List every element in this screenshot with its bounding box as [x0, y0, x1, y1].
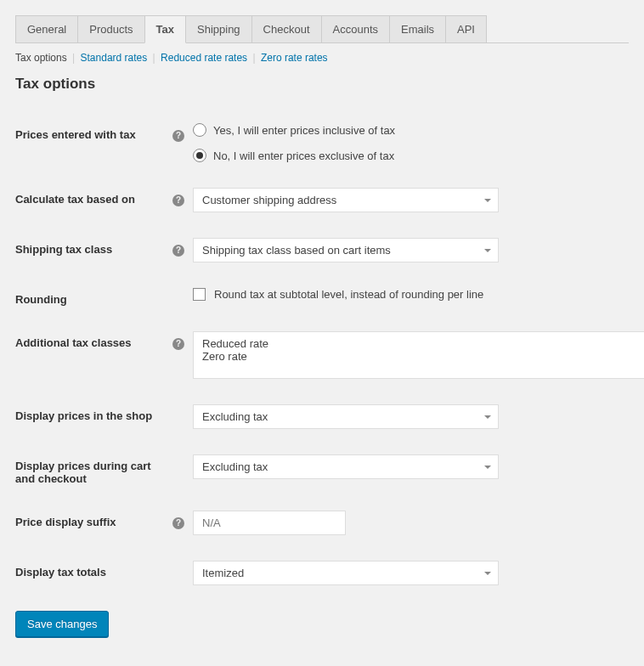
- radio-inclusive[interactable]: [193, 123, 206, 137]
- radio-exclusive[interactable]: [193, 149, 206, 162]
- subtab-standard-rates[interactable]: Standard rates: [81, 52, 148, 64]
- subtab-zero-rates[interactable]: Zero rate rates: [261, 52, 328, 64]
- help-icon[interactable]: ?: [172, 517, 184, 529]
- input-suffix[interactable]: [193, 511, 346, 535]
- label-prices-with-tax: Prices entered with tax: [15, 123, 172, 141]
- checkbox-rounding-label: Round tax at subtotal level, instead of …: [214, 288, 483, 301]
- label-ship-class: Shipping tax class: [15, 238, 172, 256]
- select-calc-based[interactable]: Customer shipping address: [193, 188, 499, 212]
- label-display-shop: Display prices in the shop: [15, 404, 172, 422]
- subtab-tax-options[interactable]: Tax options: [15, 52, 67, 64]
- tax-subtabs: Tax options | Standard rates | Reduced r…: [15, 43, 629, 69]
- select-display-cart[interactable]: Excluding tax: [193, 454, 499, 479]
- tab-shipping[interactable]: Shipping: [185, 15, 252, 42]
- label-add-classes: Additional tax classes: [15, 331, 172, 349]
- tab-checkout[interactable]: Checkout: [251, 15, 322, 42]
- radio-inclusive-label: Yes, I will enter prices inclusive of ta…: [213, 124, 395, 137]
- textarea-add-classes[interactable]: Reduced rate Zero rate: [193, 331, 644, 379]
- separator: |: [72, 52, 75, 64]
- help-icon[interactable]: ?: [172, 195, 184, 206]
- label-suffix: Price display suffix: [15, 511, 172, 528]
- radio-exclusive-label: No, I will enter prices exclusive of tax: [213, 150, 394, 162]
- tab-emails[interactable]: Emails: [389, 15, 446, 42]
- subtab-reduced-rates[interactable]: Reduced rate rates: [161, 52, 247, 64]
- select-ship-class[interactable]: Shipping tax class based on cart items: [193, 238, 499, 262]
- settings-tabs: General Products Tax Shipping Checkout A…: [15, 15, 629, 43]
- label-display-cart: Display prices during cart and checkout: [15, 454, 172, 485]
- help-icon[interactable]: ?: [172, 130, 184, 142]
- select-display-shop[interactable]: Excluding tax: [193, 404, 499, 429]
- label-calc-based: Calculate tax based on: [15, 188, 172, 206]
- tab-api[interactable]: API: [445, 15, 487, 42]
- label-totals: Display tax totals: [15, 561, 172, 579]
- save-button[interactable]: Save changes: [15, 611, 109, 637]
- tab-products[interactable]: Products: [77, 15, 144, 42]
- section-title: Tax options: [15, 76, 629, 93]
- tab-general[interactable]: General: [15, 15, 78, 42]
- label-rounding: Rounding: [15, 288, 172, 306]
- select-totals[interactable]: Itemized: [193, 561, 499, 585]
- help-icon[interactable]: ?: [172, 245, 184, 257]
- help-icon[interactable]: ?: [172, 338, 184, 350]
- separator: |: [252, 52, 255, 64]
- tab-tax[interactable]: Tax: [144, 15, 186, 43]
- tab-accounts[interactable]: Accounts: [321, 15, 390, 42]
- separator: |: [153, 52, 155, 64]
- checkbox-rounding[interactable]: [193, 288, 206, 301]
